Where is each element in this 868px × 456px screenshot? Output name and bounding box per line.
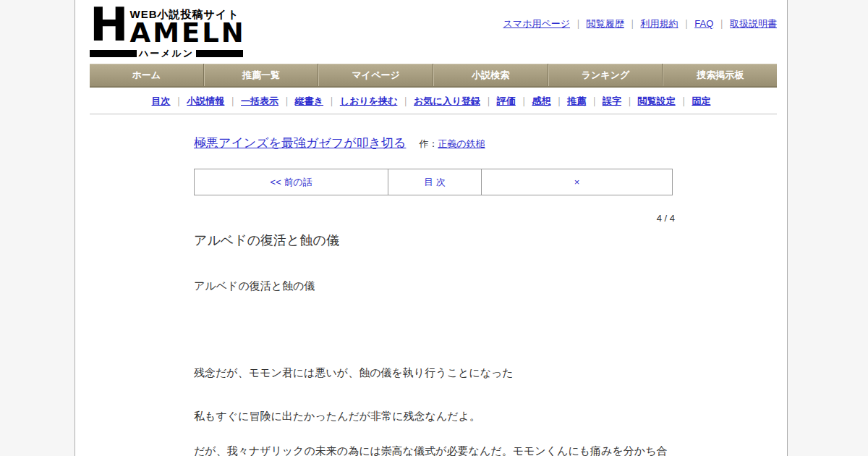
author-prefix: 作： [419,138,438,149]
subnav-favorite[interactable]: お気に入り登録 [414,96,480,106]
separator: ｜ [625,96,634,106]
novel-title-link[interactable]: 極悪アインズを最強ガゼフが叩き切る [194,136,406,150]
header-divider [90,114,777,114]
subnav-bookmark[interactable]: しおりを挟む [340,96,398,106]
subnav-batch-view[interactable]: 一括表示 [241,96,278,106]
author-wrap: 作：正義の鉄槌 [419,138,485,149]
episode-subnav: 目次｜小説情報｜一括表示｜縦書き｜しおりを挟む｜お気に入り登録｜評価｜感想｜推薦… [75,95,787,108]
subnav-recommend[interactable]: 推薦 [567,96,586,106]
separator: ｜ [519,96,529,106]
novel-paragraph: 残念だが、モモン君には悪いが、蝕の儀を執り行うことになった [194,366,715,380]
logo-wordmark: H WEB小説投稿サイト AMELN [90,4,244,45]
novel-paragraph: だが、我々ナザリックの未来の為には崇高な儀式が必要なんだ。モモンくんにも痛みを分… [194,444,715,456]
subnav-view-settings[interactable]: 閲覧設定 [638,96,676,106]
separator: ｜ [282,96,292,106]
author-link[interactable]: 正義の鉄槌 [438,138,485,149]
separator: ｜ [554,96,563,106]
nav-tab-recommend-list[interactable]: 推薦一覧 [204,64,319,86]
separator: ｜ [574,18,583,29]
header-link-manual[interactable]: 取扱説明書 [730,18,777,29]
novel-title-row: 極悪アインズを最強ガゼフが叩き切る作：正義の鉄槌 [194,135,485,151]
header-link-terms[interactable]: 利用規約 [641,18,678,29]
page-indicator: 4 / 4 [194,213,675,224]
separator: ｜ [484,96,493,106]
subnav-novel-info[interactable]: 小説情報 [187,96,224,106]
separator: ｜ [628,18,637,29]
header-link-smartphone[interactable]: スマホ用ページ [503,18,571,29]
subnav-comments[interactable]: 感想 [532,96,550,106]
logo-bar-left [90,50,137,57]
episode-title: アルベドの復活と蝕の儀 [194,232,339,249]
pager-index-button[interactable]: 目 次 [388,169,481,195]
logo-bar-right [196,50,243,57]
logo-letter-h: H [90,4,129,45]
main-navbar: ホーム 推薦一覧 マイページ 小説検索 ランキング 捜索掲示板 [90,64,777,88]
logo-wordmark-rest: AMELN [130,22,246,45]
nav-tab-search-board[interactable]: 捜索掲示板 [663,64,777,86]
separator: ｜ [682,18,692,29]
header-links: スマホ用ページ｜閲覧履歴｜利用規約｜FAQ｜取扱説明書 [503,17,777,30]
pager-next-button[interactable]: × [481,169,672,195]
site-logo[interactable]: H WEB小説投稿サイト AMELN ハーメルン [90,4,244,60]
subnav-vertical-text[interactable]: 縦書き [295,96,323,106]
logo-kana: ハーメルン [137,47,196,60]
separator: ｜ [590,96,599,106]
separator: ｜ [174,96,184,106]
subnav-fixed[interactable]: 固定 [692,96,710,106]
separator: ｜ [327,96,336,106]
nav-tab-novel-search[interactable]: 小説検索 [433,64,548,86]
novel-paragraph: アルベドの復活と蝕の儀 [194,279,715,293]
nav-tab-mypage[interactable]: マイページ [318,64,433,86]
novel-body: アルベドの復活と蝕の儀 残念だが、モモン君には悪いが、蝕の儀を執り行うことになっ… [194,274,715,456]
nav-tab-ranking[interactable]: ランキング [548,64,663,86]
novel-paragraph: 私もすぐに冒険に出たかったんだが非常に残念なんだよ。 [194,409,715,423]
separator: ｜ [401,96,410,106]
separator: ｜ [679,96,689,106]
header-link-history[interactable]: 閲覧履歴 [587,18,624,29]
content-area: H WEB小説投稿サイト AMELN ハーメルン スマホ用ページ｜閲覧履歴｜利用… [75,0,788,456]
separator: ｜ [717,18,726,29]
subnav-rate[interactable]: 評価 [497,96,516,106]
nav-tab-home[interactable]: ホーム [90,64,204,86]
pager-prev-button[interactable]: << 前の話 [195,169,388,195]
subnav-typo-report[interactable]: 誤字 [603,96,621,106]
subnav-toc[interactable]: 目次 [152,96,171,106]
header-link-faq[interactable]: FAQ [694,18,713,29]
episode-pager: << 前の話 目 次 × [194,169,673,195]
separator: ｜ [228,96,237,106]
